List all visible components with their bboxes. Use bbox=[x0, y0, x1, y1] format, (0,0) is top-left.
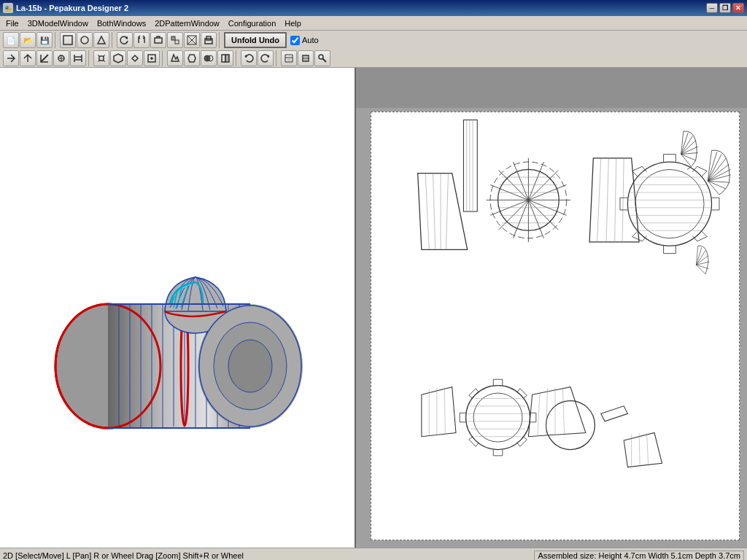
close-button[interactable]: ✕ bbox=[732, 3, 744, 13]
pattern-area[interactable] bbox=[371, 112, 740, 540]
toolbar-b2[interactable] bbox=[77, 32, 93, 48]
sep2 bbox=[112, 32, 115, 48]
svg-point-66 bbox=[627, 162, 711, 246]
restore-button[interactable]: ❐ bbox=[719, 3, 731, 13]
toolbar-b5[interactable] bbox=[167, 32, 183, 48]
menu-bar: File 3DModelWindow BothWindows 2DPattern… bbox=[0, 16, 747, 31]
tb2-b9[interactable] bbox=[144, 50, 160, 66]
tb2-b7[interactable] bbox=[110, 50, 126, 66]
svg-rect-3 bbox=[171, 36, 175, 40]
svg-line-93 bbox=[639, 434, 640, 465]
menu-help[interactable]: Help bbox=[280, 18, 306, 29]
menu-both[interactable]: BothWindows bbox=[93, 18, 150, 29]
toolbar-container: 📄 📂 💾 Unfol bbox=[0, 31, 747, 68]
tb2-b10[interactable] bbox=[167, 50, 183, 66]
toolbar-b1[interactable] bbox=[60, 32, 76, 48]
tb2-b6[interactable] bbox=[93, 50, 109, 66]
tb2-b12[interactable] bbox=[201, 50, 217, 66]
minimize-button[interactable]: ─ bbox=[706, 3, 718, 13]
toolbar-row2 bbox=[0, 50, 747, 67]
status-bar: 2D [Select/Move] L [Pan] R or Wheel Drag… bbox=[0, 548, 747, 560]
3d-model-svg bbox=[46, 169, 309, 446]
window-controls: ─ ❐ ✕ bbox=[706, 3, 744, 13]
sep1 bbox=[55, 32, 58, 48]
svg-point-1 bbox=[81, 36, 88, 44]
auto-checkbox-label[interactable]: Auto bbox=[290, 36, 319, 45]
toolbar-save[interactable]: 💾 bbox=[36, 32, 53, 48]
svg-line-94 bbox=[647, 434, 649, 464]
sep6 bbox=[236, 50, 239, 66]
svg-line-61 bbox=[446, 174, 448, 250]
status-left-text: 2D [Select/Move] L [Pan] R or Wheel Drag… bbox=[3, 551, 244, 560]
svg-line-88 bbox=[538, 392, 540, 436]
sep3 bbox=[219, 32, 222, 48]
tb2-b11[interactable] bbox=[184, 50, 200, 66]
toolbar-b4[interactable] bbox=[150, 32, 166, 48]
window-title: La-15b - Pepakura Designer 2 bbox=[16, 4, 128, 12]
toolbar-b3[interactable] bbox=[93, 32, 109, 48]
svg-rect-2 bbox=[155, 38, 162, 43]
toolbar-rotate[interactable] bbox=[117, 32, 133, 48]
menu-file[interactable]: File bbox=[1, 18, 23, 29]
svg-point-87 bbox=[546, 401, 595, 450]
menu-2dpattern[interactable]: 2DPatternWindow bbox=[150, 18, 224, 29]
svg-point-36 bbox=[228, 340, 272, 392]
svg-point-77 bbox=[473, 393, 522, 442]
pattern-2d-svg bbox=[371, 112, 739, 540]
view-2d[interactable] bbox=[356, 68, 747, 548]
svg-line-91 bbox=[562, 389, 564, 434]
view-2d-header bbox=[356, 68, 747, 108]
tb2-b8[interactable] bbox=[127, 50, 143, 66]
tb2-b14[interactable] bbox=[281, 50, 297, 66]
menu-3dmodel[interactable]: 3DModelWindow bbox=[23, 18, 93, 29]
status-right-text: Assembled size: Height 4.7cm Width 5.1cm… bbox=[534, 551, 744, 561]
svg-line-86 bbox=[444, 388, 445, 434]
svg-line-89 bbox=[546, 389, 547, 435]
tb2-b4[interactable] bbox=[53, 50, 69, 66]
svg-line-63 bbox=[606, 158, 608, 242]
toolbar-b6[interactable] bbox=[184, 32, 200, 48]
svg-rect-13 bbox=[225, 55, 229, 62]
svg-line-64 bbox=[615, 158, 616, 242]
auto-label: Auto bbox=[302, 36, 319, 44]
main-content bbox=[0, 68, 747, 548]
unfold-undo-button[interactable]: Unfold Undo bbox=[224, 32, 287, 48]
view-3d[interactable] bbox=[0, 68, 356, 548]
tb2-b2[interactable] bbox=[20, 50, 36, 66]
toolbar-new[interactable]: 📄 bbox=[3, 32, 19, 48]
sep7 bbox=[276, 50, 279, 66]
menu-configuration[interactable]: Configuration bbox=[224, 18, 280, 29]
app-icon: 🎭 bbox=[3, 3, 13, 13]
tb2-redo[interactable] bbox=[258, 50, 274, 66]
svg-rect-0 bbox=[63, 36, 72, 44]
svg-line-58 bbox=[425, 174, 429, 250]
svg-rect-4 bbox=[175, 40, 179, 44]
toolbar-flip[interactable] bbox=[133, 32, 150, 48]
svg-point-76 bbox=[466, 386, 530, 450]
toolbar-row1: 📄 📂 💾 Unfol bbox=[0, 31, 747, 50]
tb2-b16[interactable] bbox=[314, 50, 330, 66]
svg-line-62 bbox=[597, 158, 601, 242]
sep5 bbox=[162, 50, 165, 66]
auto-checkbox-input[interactable] bbox=[290, 36, 300, 45]
toolbar-b7[interactable] bbox=[201, 32, 217, 48]
toolbar-open[interactable]: 📂 bbox=[20, 32, 36, 48]
tb2-b3[interactable] bbox=[36, 50, 53, 66]
tb2-b5[interactable] bbox=[70, 50, 86, 66]
tb2-b15[interactable] bbox=[298, 50, 314, 66]
tb2-undo[interactable] bbox=[241, 50, 257, 66]
svg-rect-37 bbox=[463, 120, 477, 211]
title-bar: 🎭 La-15b - Pepakura Designer 2 ─ ❐ ✕ bbox=[0, 0, 747, 16]
sep4 bbox=[88, 50, 91, 66]
svg-line-65 bbox=[622, 158, 624, 242]
tb2-b13[interactable] bbox=[217, 50, 233, 66]
svg-point-67 bbox=[635, 169, 704, 238]
tb2-b1[interactable] bbox=[3, 50, 19, 66]
svg-line-59 bbox=[433, 174, 436, 250]
